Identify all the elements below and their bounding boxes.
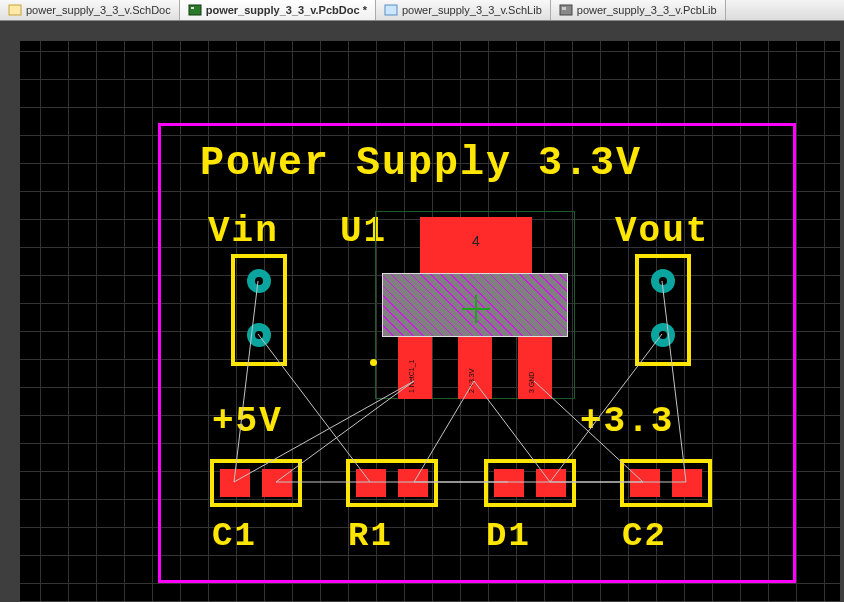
pad-vout-1 xyxy=(651,269,675,293)
label-5v: +5V xyxy=(212,401,283,442)
pad-vin-1 xyxy=(247,269,271,293)
u1-pad4-num: 4 xyxy=(420,233,532,249)
r1-pad-1 xyxy=(356,469,386,497)
tab-pcbdoc[interactable]: power_supply_3_3_v.PcbDoc * xyxy=(180,0,376,20)
c1-pad-2 xyxy=(262,469,292,497)
label-33: +3.3 xyxy=(580,401,674,442)
tab-schlib[interactable]: power_supply_3_3_v.SchLib xyxy=(376,0,551,20)
d1-pad-2 xyxy=(536,469,566,497)
u1-pad-2 xyxy=(458,337,492,399)
u1-pad-4: 4 xyxy=(420,217,532,273)
schlib-icon xyxy=(384,4,398,16)
des-c2: C2 xyxy=(622,517,667,555)
des-d1: D1 xyxy=(486,517,531,555)
svg-rect-2 xyxy=(191,7,194,9)
c2-pad-1 xyxy=(630,469,660,497)
svg-rect-1 xyxy=(189,5,201,15)
pad-vout-2 xyxy=(651,323,675,347)
u1-pad-3 xyxy=(518,337,552,399)
des-c1: C1 xyxy=(212,517,257,555)
d1-pad-1 xyxy=(494,469,524,497)
tab-schdoc[interactable]: power_supply_3_3_v.SchDoc xyxy=(0,0,180,20)
tab-label: power_supply_3_3_v.SchDoc xyxy=(26,4,171,16)
des-r1: R1 xyxy=(348,517,393,555)
r1-pad-2 xyxy=(398,469,428,497)
tab-label: power_supply_3_3_v.SchLib xyxy=(402,4,542,16)
tab-pcblib[interactable]: power_supply_3_3_v.PcbLib xyxy=(551,0,726,20)
c2-pad-2 xyxy=(672,469,702,497)
document-tabbar: power_supply_3_3_v.SchDoc power_supply_3… xyxy=(0,0,844,21)
schdoc-icon xyxy=(8,4,22,16)
pcb-workspace[interactable]: Power Supply 3.3V Vin U1 Vout 4 1 NetC1_… xyxy=(0,21,844,602)
pcblib-icon xyxy=(559,4,573,16)
label-vin: Vin xyxy=(208,211,279,252)
label-vout: Vout xyxy=(615,211,709,252)
svg-rect-3 xyxy=(385,5,397,15)
tab-label: power_supply_3_3_v.PcbLib xyxy=(577,4,717,16)
u1-pad2-txt: 2 +3.3V xyxy=(468,369,475,393)
svg-rect-0 xyxy=(9,5,21,15)
pcbdoc-icon xyxy=(188,4,202,16)
tab-label: power_supply_3_3_v.PcbDoc * xyxy=(206,4,367,16)
c1-pad-1 xyxy=(220,469,250,497)
u1-pad1-txt: 1 NetC1_1 xyxy=(408,360,415,393)
board-title: Power Supply 3.3V xyxy=(200,141,642,186)
svg-rect-5 xyxy=(562,7,566,10)
board-canvas[interactable]: Power Supply 3.3V Vin U1 Vout 4 1 NetC1_… xyxy=(20,41,840,601)
pad-vin-2 xyxy=(247,323,271,347)
pin1-marker xyxy=(370,359,377,366)
u1-pad3-txt: 3 GND xyxy=(528,372,535,393)
u1-pad-1 xyxy=(398,337,432,399)
origin-cross-v xyxy=(475,295,477,323)
